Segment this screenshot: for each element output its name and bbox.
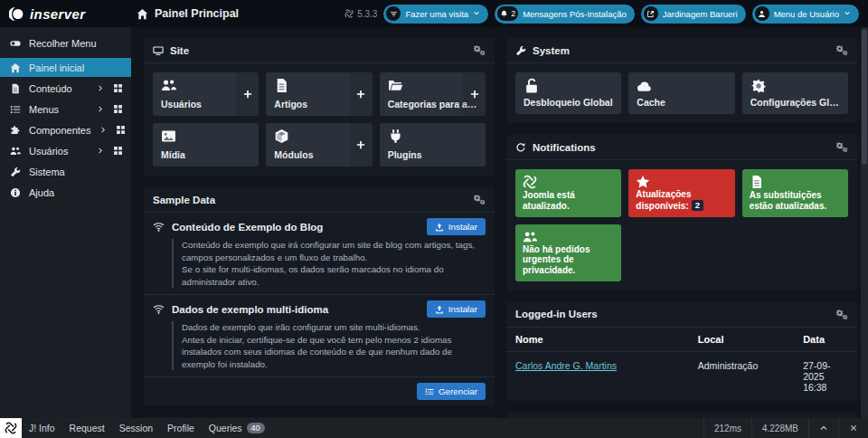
users-icon (10, 146, 21, 157)
add-article-button[interactable] (350, 72, 373, 116)
wrench-icon (10, 167, 21, 177)
info-icon (10, 187, 21, 198)
page-title: Painel Principal (137, 7, 239, 20)
upload-icon (435, 305, 444, 314)
debug-tab-session[interactable]: Session (112, 423, 160, 433)
post-install-messages-button[interactable]: 2 Mensagens Pós-Instalação (495, 5, 635, 24)
dashboard-grid-icon[interactable] (113, 83, 123, 93)
dashboard-grid-icon[interactable] (113, 104, 123, 114)
scrollbar-thumb[interactable] (862, 29, 867, 165)
puzzle-icon (10, 125, 21, 136)
sidebar-item-home-dashboard[interactable]: Painel inicial (0, 58, 131, 77)
user-icon (758, 10, 766, 18)
sidebar-item-system[interactable]: Sistema (0, 162, 131, 181)
chevron-right-icon (97, 84, 105, 92)
panel-options-icon[interactable] (835, 141, 848, 153)
sidebar-item-help[interactable]: Ajuda (0, 183, 131, 202)
plus-icon (355, 139, 366, 150)
users-icon (523, 230, 614, 244)
debug-tab-info[interactable]: J! Info (22, 423, 62, 433)
preview-site-button[interactable]: Jardinagem Barueri (641, 5, 746, 24)
system-panel: System Desbloqueio Global Cache Configur… (506, 38, 857, 123)
right-column: System Desbloqueio Global Cache Configur… (506, 38, 857, 418)
queries-count-badge: 40 (247, 423, 265, 433)
chevron-right-icon (97, 147, 105, 155)
panel-options-icon[interactable] (473, 44, 486, 56)
logged-in-users-panel: Logged-in Users Nome Local Data Carlos A… (506, 302, 857, 401)
sidebar-item-menus[interactable]: Menus (0, 100, 131, 119)
take-tour-button[interactable]: Fazer uma visita (383, 5, 488, 24)
scrollbar[interactable] (861, 27, 868, 418)
panel-options-icon[interactable] (835, 44, 848, 56)
panel-options-icon[interactable] (473, 194, 486, 205)
tile-article-categories[interactable]: Categorias para artigos (380, 72, 486, 116)
add-module-button[interactable] (350, 123, 373, 167)
sliders-icon (390, 10, 398, 18)
tile-modules[interactable]: Módulos (266, 123, 372, 167)
collapse-debugbar-button[interactable] (808, 418, 838, 438)
brand-logo-icon (9, 6, 24, 22)
tile-media[interactable]: Mídia (153, 123, 259, 167)
notification-privacy-requests[interactable]: Não há pedidos urgentes de privacidade. (515, 224, 621, 281)
chevron-right-icon (99, 126, 108, 134)
user-menu-button[interactable]: Menu de Usuário (752, 5, 859, 24)
toggle-icon (10, 38, 21, 49)
chevron-down-icon (844, 10, 851, 17)
location-cell: Administração (689, 351, 794, 401)
unlock-icon (524, 78, 613, 94)
brand[interactable]: inserver (0, 6, 131, 22)
joomla-icon (523, 175, 614, 189)
list-tasks-icon (425, 387, 434, 396)
panel-title: System (533, 45, 570, 56)
table-row: Carlos Andre G. Martins Administração 27… (506, 351, 857, 401)
tile-plugins[interactable]: Plugins (380, 123, 486, 167)
tile-users[interactable]: Usuários (153, 72, 259, 116)
tile-global-checkin[interactable]: Desbloqueio Global (515, 72, 621, 114)
notification-overrides-updated[interactable]: As substituições estão atualizadas. (742, 169, 848, 217)
list-icon (10, 104, 21, 115)
date-cell: 27-09-2025 16:38 (794, 351, 857, 401)
add-user-button[interactable] (236, 72, 259, 116)
page-load-time: 212ms (703, 418, 751, 438)
debug-tab-profile[interactable]: Profile (160, 423, 202, 433)
home-icon (137, 8, 148, 20)
notification-updates-available[interactable]: Atualizações disponíveis:2 (628, 169, 734, 217)
sample-data-blog-item: Conteúdo de Exemplo do Blog Instalar Con… (144, 213, 495, 295)
panel-options-icon[interactable] (835, 309, 848, 320)
debug-status-bar: J! Info Request Session Profile Queries4… (0, 418, 868, 438)
joomla-icon (344, 9, 354, 18)
manage-sample-data-button[interactable]: Gerenciar (417, 383, 486, 400)
sidebar-item-collapse-menu[interactable]: Recolher Menu (0, 33, 131, 52)
joomla-debug-icon[interactable] (0, 418, 22, 438)
tile-cache[interactable]: Cache (628, 72, 734, 114)
chevron-down-icon (473, 10, 480, 17)
debug-tab-request[interactable]: Request (62, 423, 112, 433)
install-multilang-sample-button[interactable]: Instalar (427, 300, 486, 318)
document-icon (750, 175, 841, 189)
debug-tab-queries[interactable]: Queries40 (202, 423, 272, 433)
panel-title: Site (170, 45, 189, 56)
sidebar: Recolher Menu Painel inicial Conteúdo Me… (0, 27, 131, 418)
plus-icon (242, 89, 253, 100)
panel-title: Notifications (533, 142, 596, 153)
logged-in-user-link[interactable]: Carlos Andre G. Martins (515, 360, 617, 371)
document-icon (10, 83, 21, 94)
add-category-button[interactable] (463, 72, 486, 116)
close-icon (849, 424, 858, 433)
topbar-actions: 5.3.3 Fazer uma visita 2 Mensagens Pós-I… (344, 5, 868, 24)
logged-in-users-table: Nome Local Data Carlos Andre G. Martins … (506, 328, 857, 401)
sidebar-item-content[interactable]: Conteúdo (0, 79, 131, 98)
install-blog-sample-button[interactable]: Instalar (427, 218, 486, 235)
monitor-icon (153, 45, 164, 56)
sidebar-item-users[interactable]: Usuários (0, 141, 131, 160)
star-icon (636, 175, 727, 189)
panel-title: Logged-in Users (515, 309, 598, 319)
tile-global-configuration[interactable]: Configurações Globais (742, 72, 848, 114)
dashboard-grid-icon[interactable] (113, 146, 123, 156)
tile-articles[interactable]: Artigos (266, 72, 372, 116)
brand-name: inserver (30, 6, 86, 22)
close-debugbar-button[interactable] (838, 418, 868, 438)
notification-joomla-updated[interactable]: Joomla está atualizado. (515, 169, 621, 217)
dashboard-grid-icon[interactable] (116, 125, 126, 135)
sidebar-item-components[interactable]: Componentes (0, 120, 131, 139)
